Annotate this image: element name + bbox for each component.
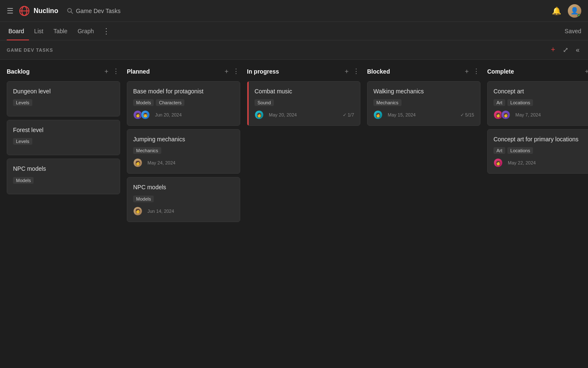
card-avatars: 🧑 [133, 158, 141, 167]
add-card-button-complete[interactable]: + [584, 67, 588, 76]
card-tags-in-progress-0: Sound [255, 99, 354, 106]
card-title-backlog-1: Forest level [13, 126, 114, 134]
menu-icon[interactable]: ☰ [7, 6, 13, 16]
collapse-button[interactable]: « [574, 45, 581, 55]
col-title-in-progress: In progress [247, 68, 344, 75]
card-title-backlog-0: Dungeon level [13, 87, 114, 95]
tab-board[interactable]: Board [7, 22, 29, 40]
card-in-progress-0[interactable]: Combat musicSound👩May 20, 2024✓ 1/7 [247, 81, 360, 126]
card-date: Jun 20, 2024 [155, 112, 182, 117]
card-tags-complete-0: ArtLocations [494, 99, 588, 106]
col-actions-in-progress: +⋮ [344, 66, 360, 76]
col-actions-backlog: +⋮ [104, 66, 120, 76]
card-blocked-0[interactable]: Walking mechanicsMechanics👩May 15, 2024✓… [367, 81, 480, 126]
card-title-complete-0: Concept art [494, 87, 588, 95]
card-tag[interactable]: Characters [156, 99, 184, 106]
card-avatars: 👩 [373, 110, 381, 119]
card-title-backlog-2: NPC models [13, 165, 114, 172]
card-avatar: 👨 [141, 110, 150, 119]
checkmark-icon: ✓ [460, 112, 464, 118]
card-tags-backlog-2: Models [13, 177, 114, 184]
card-footer-in-progress-0: 👩May 20, 2024✓ 1/7 [255, 110, 354, 119]
tab-table[interactable]: Table [48, 22, 72, 40]
add-column-button[interactable]: + [549, 45, 557, 55]
notification-bell-icon[interactable]: 🔔 [552, 6, 561, 16]
card-backlog-1[interactable]: Forest levelLevels [7, 120, 120, 155]
card-planned-1[interactable]: Jumping mechanicsMechanics🧑May 24, 2024 [127, 129, 240, 174]
card-avatar: 🧑 [133, 207, 142, 216]
card-title-planned-2: NPC models [133, 183, 234, 191]
col-title-complete: Complete [487, 68, 584, 75]
card-complete-1[interactable]: Concept art for primary locationsArtLoca… [487, 129, 588, 174]
card-tags-blocked-0: Mechanics [373, 99, 474, 106]
card-avatar: 👩 [373, 110, 383, 119]
more-tabs-icon[interactable]: ⋮ [99, 26, 113, 36]
column-complete: Complete+⋮Concept artArtLocations👩👩May 7… [487, 66, 588, 368]
card-tag[interactable]: Levels [13, 138, 32, 145]
col-title-blocked: Blocked [367, 68, 464, 75]
card-avatar: 👩 [255, 110, 264, 119]
column-backlog: Backlog+⋮Dungeon levelLevelsForest level… [7, 66, 120, 368]
add-card-button-in-progress[interactable]: + [344, 67, 349, 76]
card-title-blocked-0: Walking mechanics [373, 87, 474, 95]
card-tag[interactable]: Models [133, 196, 154, 202]
search-label: Game Dev Tasks [76, 8, 121, 14]
card-date: May 24, 2024 [147, 160, 176, 165]
user-avatar[interactable]: 👤 [568, 4, 581, 18]
card-date: May 7, 2024 [515, 112, 541, 117]
checkmark-icon: ✓ [343, 112, 346, 118]
expand-button[interactable]: ⤢ [561, 45, 570, 55]
col-more-button-in-progress[interactable]: ⋮ [352, 66, 360, 76]
card-complete-0[interactable]: Concept artArtLocations👩👩May 7, 2024 [487, 81, 588, 126]
board-title: GAME DEV TASKS [7, 48, 549, 53]
col-more-button-blocked[interactable]: ⋮ [472, 66, 480, 76]
card-progress: ✓ 5/15 [460, 112, 474, 118]
tab-bar: Board List Table Graph ⋮ Saved [0, 22, 588, 40]
card-avatars: 👩 [255, 110, 262, 119]
card-tag[interactable]: Mechanics [373, 99, 402, 106]
col-actions-blocked: +⋮ [464, 66, 480, 76]
card-backlog-0[interactable]: Dungeon levelLevels [7, 81, 120, 116]
card-avatar: 🧑 [133, 158, 142, 167]
add-card-button-backlog[interactable]: + [104, 67, 109, 76]
tab-list[interactable]: List [29, 22, 48, 40]
card-planned-0[interactable]: Base model for protagonistModelsCharacte… [127, 81, 240, 126]
col-actions-complete: +⋮ [584, 66, 588, 76]
col-header-planned: Planned+⋮ [127, 66, 240, 76]
card-date: May 22, 2024 [508, 160, 536, 165]
card-tags-backlog-1: Levels [13, 138, 114, 145]
card-tag[interactable]: Levels [13, 99, 32, 106]
card-tag[interactable]: Sound [255, 99, 274, 106]
col-more-button-planned[interactable]: ⋮ [232, 66, 240, 76]
card-tag[interactable]: Locations [507, 147, 533, 154]
board-header-actions: + ⤢ « [549, 45, 581, 55]
card-tag[interactable]: Models [13, 177, 34, 184]
card-footer-planned-1: 🧑May 24, 2024 [133, 158, 234, 167]
card-planned-2[interactable]: NPC modelsModels🧑Jun 14, 2024 [127, 177, 240, 222]
saved-label: Saved [564, 28, 581, 34]
card-avatars: 👩 [494, 158, 501, 167]
card-tag[interactable]: Art [494, 147, 505, 154]
col-more-button-backlog[interactable]: ⋮ [112, 66, 120, 76]
add-card-button-planned[interactable]: + [224, 67, 229, 76]
card-tags-planned-1: Mechanics [133, 147, 234, 154]
tab-graph[interactable]: Graph [73, 22, 99, 40]
card-avatars: 👩👨 [133, 110, 148, 119]
logo-area: Nuclino [18, 5, 58, 17]
search-area[interactable]: Game Dev Tasks [67, 8, 552, 14]
nuclino-logo-icon [18, 5, 30, 17]
column-in-progress: In progress+⋮Combat musicSound👩May 20, 2… [247, 66, 360, 368]
card-tag[interactable]: Art [494, 99, 505, 106]
card-title-planned-0: Base model for protagonist [133, 87, 234, 95]
card-tag[interactable]: Mechanics [133, 147, 161, 154]
card-date: Jun 14, 2024 [147, 209, 174, 214]
card-backlog-2[interactable]: NPC modelsModels [7, 159, 120, 194]
add-card-button-blocked[interactable]: + [464, 67, 470, 76]
card-avatar: 👩 [501, 110, 510, 119]
svg-line-4 [71, 12, 73, 13]
card-tag[interactable]: Models [133, 99, 154, 106]
card-tag[interactable]: Locations [507, 99, 533, 106]
card-footer-planned-2: 🧑Jun 14, 2024 [133, 207, 234, 216]
col-header-complete: Complete+⋮ [487, 66, 588, 76]
col-title-planned: Planned [127, 68, 224, 75]
